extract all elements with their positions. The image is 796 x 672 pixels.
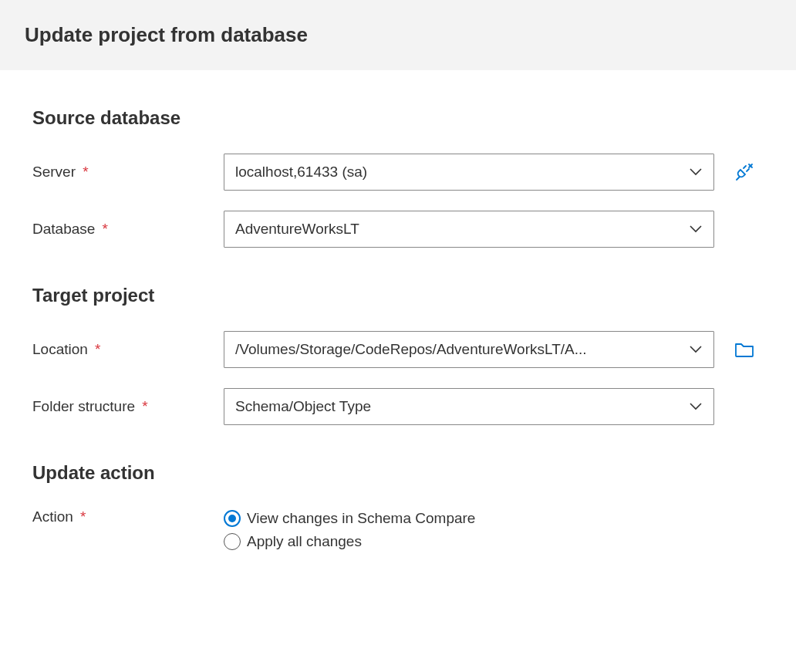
database-field-row: Database * AdventureWorksLT	[32, 211, 771, 248]
location-dropdown[interactable]: /Volumes/Storage/CodeRepos/AdventureWork…	[224, 331, 714, 368]
folder-structure-field-row: Folder structure * Schema/Object Type	[32, 388, 771, 425]
server-dropdown-value: localhost,61433 (sa)	[224, 154, 714, 191]
folder-icon	[734, 341, 754, 358]
source-database-section: Source database Server * localhost,61433…	[32, 107, 771, 248]
radio-view-changes[interactable]: View changes in Schema Compare	[224, 510, 475, 527]
source-database-heading: Source database	[32, 107, 771, 129]
location-label: Location *	[32, 341, 224, 358]
plug-icon	[734, 162, 754, 182]
radio-apply-all[interactable]: Apply all changes	[224, 533, 475, 550]
target-project-heading: Target project	[32, 285, 771, 306]
dialog-header: Update project from database	[0, 0, 796, 70]
radio-unselected-icon	[224, 533, 241, 550]
required-indicator: *	[91, 341, 101, 357]
location-dropdown-value: /Volumes/Storage/CodeRepos/AdventureWork…	[224, 331, 714, 368]
dialog-content: Source database Server * localhost,61433…	[0, 107, 796, 607]
target-project-section: Target project Location * /Volumes/Stora…	[32, 285, 771, 425]
database-label: Database *	[32, 221, 224, 238]
server-dropdown[interactable]: localhost,61433 (sa)	[224, 154, 714, 191]
action-label: Action *	[32, 508, 224, 525]
required-indicator: *	[138, 398, 148, 414]
server-field-row: Server * localhost,61433 (sa)	[32, 154, 771, 191]
required-indicator: *	[79, 164, 89, 180]
connect-button[interactable]	[733, 160, 756, 184]
location-field-row: Location * /Volumes/Storage/CodeRepos/Ad…	[32, 331, 771, 368]
server-label: Server *	[32, 164, 224, 181]
folder-structure-dropdown-value: Schema/Object Type	[224, 388, 714, 425]
folder-structure-dropdown[interactable]: Schema/Object Type	[224, 388, 714, 425]
radio-view-changes-label: View changes in Schema Compare	[247, 510, 475, 527]
update-action-section: Update action Action * View changes in S…	[32, 462, 771, 556]
update-action-heading: Update action	[32, 462, 771, 484]
radio-apply-all-label: Apply all changes	[247, 533, 362, 550]
action-radio-group: View changes in Schema Compare Apply all…	[224, 508, 475, 556]
database-dropdown[interactable]: AdventureWorksLT	[224, 211, 714, 248]
database-dropdown-value: AdventureWorksLT	[224, 211, 714, 248]
radio-selected-icon	[224, 510, 241, 527]
browse-folder-button[interactable]	[733, 338, 756, 361]
folder-structure-label: Folder structure *	[32, 398, 224, 415]
required-indicator: *	[76, 508, 86, 525]
dialog-title: Update project from database	[25, 23, 796, 47]
action-field-row: Action * View changes in Schema Compare …	[32, 508, 771, 556]
required-indicator: *	[98, 221, 108, 237]
